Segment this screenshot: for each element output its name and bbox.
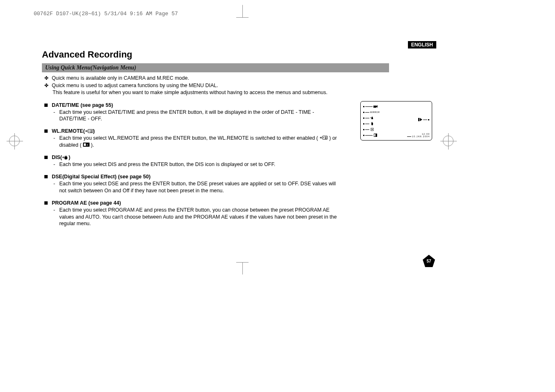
svg-rect-15	[372, 129, 373, 130]
svg-text:F: F	[87, 144, 88, 146]
svg-rect-8	[325, 138, 327, 138]
svg-rect-7	[325, 137, 327, 137]
svg-rect-3	[90, 131, 92, 131]
screen-play-icon	[418, 118, 422, 121]
page-number: 57	[423, 259, 435, 263]
square-bullet-icon	[44, 175, 48, 178]
topic-dis: DIS( ) - Each time you select DIS and pr…	[42, 154, 436, 168]
wlremote-disabled-inline-icon: F	[83, 143, 90, 147]
topic-programae: PROGRAM AE (see page 44) - Each time you…	[42, 200, 436, 228]
square-bullet-icon	[44, 129, 48, 133]
screen-mirror-label: MIRROR	[370, 111, 380, 113]
svg-point-6	[323, 137, 324, 138]
screen-wlremote-icon	[370, 116, 374, 120]
square-bullet-icon	[44, 156, 48, 159]
screen-dis-icon	[370, 122, 374, 125]
datetime-body: Each time you select DATE/TIME and press…	[59, 109, 339, 123]
wlremote-heading-suffix: )	[93, 128, 95, 134]
dis-heading-suffix: )	[69, 154, 70, 160]
print-job-header: 00762F D107-UK(28~61) 5/31/04 9:16 AM Pa…	[34, 11, 178, 17]
dis-hand-icon	[62, 155, 69, 160]
registration-mark-left-icon	[9, 136, 20, 146]
crop-mark-bottom-icon	[236, 262, 249, 274]
wlremote-body: Each time you select WL.REMOTE and press…	[59, 135, 339, 149]
section-heading-bar: Using Quick Menu(Navigation Menu)	[42, 63, 389, 72]
svg-point-1	[89, 131, 90, 131]
intro-line-2: Quick menu is used to adjust camera func…	[52, 82, 218, 90]
wlremote-enabled-icon	[85, 129, 93, 133]
square-bullet-icon	[44, 104, 48, 107]
wlremote-enabled-inline-icon	[320, 136, 328, 140]
dis-heading-prefix: DIS(	[52, 154, 62, 160]
datetime-heading: DATE/TIME (see page 55)	[52, 102, 113, 108]
screen-date: 1 0 . J A N . 2 0 0 4	[412, 135, 429, 138]
svg-rect-2	[90, 130, 92, 131]
crop-mark-top-icon	[236, 5, 249, 17]
fleur-bullet-icon: ✤	[44, 75, 48, 82]
square-bullet-icon	[44, 201, 48, 205]
page-title: Advanced Recording	[42, 49, 436, 60]
svg-rect-9	[325, 138, 327, 139]
svg-rect-18	[418, 118, 419, 121]
intro-line-1: Quick menu is available only in CAMERA a…	[52, 75, 189, 82]
intro-line-2b: This feature is useful for when you want…	[53, 89, 436, 97]
topic-dse: DSE(Digital Special Effect) (see page 50…	[42, 174, 436, 194]
svg-rect-4	[90, 132, 92, 132]
programae-body: Each time you select PROGRAM AE and pres…	[59, 207, 339, 228]
dash-bullet: -	[53, 161, 55, 168]
wlremote-heading-prefix: WL.REMOTE(	[52, 128, 85, 134]
dash-bullet: -	[53, 180, 55, 194]
dis-body: Each time you select DIS and press the E…	[59, 161, 275, 168]
screen-whitebalance-icon	[373, 134, 378, 137]
page-number-badge: 57	[423, 255, 435, 267]
language-badge: ENGLISH	[408, 41, 436, 48]
camera-screen-illustration: MIRROR	[360, 101, 432, 141]
dse-heading: DSE(Digital Special Effect) (see page 50…	[52, 174, 150, 180]
dash-bullet: -	[53, 207, 55, 228]
svg-rect-11	[84, 143, 86, 146]
programae-heading: PROGRAM AE (see page 44)	[52, 200, 121, 206]
dse-body: Each time you select DSE and press the E…	[59, 180, 339, 194]
intro-block: ✤ Quick menu is available only in CAMERA…	[42, 75, 436, 97]
dash-bullet: -	[53, 109, 55, 123]
svg-rect-17	[374, 134, 375, 136]
registration-mark-right-icon	[443, 136, 454, 146]
fleur-bullet-icon: ✤	[44, 82, 48, 89]
dash-bullet: -	[53, 135, 55, 149]
screen-programae-icon	[370, 128, 374, 131]
screen-shutter-icon	[373, 105, 378, 108]
svg-rect-13	[373, 106, 376, 108]
